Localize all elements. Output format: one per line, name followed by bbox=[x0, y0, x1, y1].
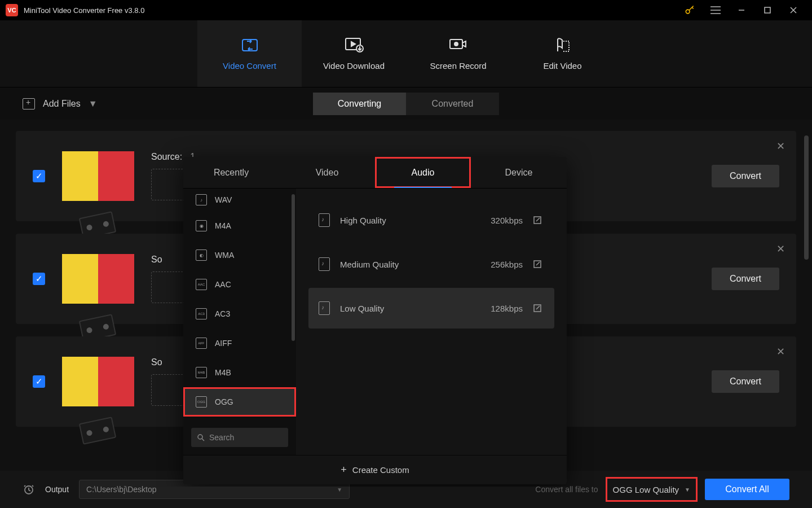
svg-rect-5 bbox=[765, 7, 770, 13]
format-ogg[interactable]: OGGOGG bbox=[183, 387, 296, 417]
source-label: So bbox=[151, 255, 162, 265]
chevron-down-icon: ▼ bbox=[685, 487, 690, 493]
remove-file-icon[interactable]: ✕ bbox=[776, 243, 785, 255]
maximize-button[interactable] bbox=[754, 0, 780, 20]
file-checkbox[interactable]: ✓ bbox=[33, 170, 45, 182]
quality-high[interactable]: High Quality 320kbps bbox=[308, 200, 554, 240]
tab-converting[interactable]: Converting bbox=[313, 93, 406, 115]
add-files-icon bbox=[23, 98, 35, 110]
tab-edit-video[interactable]: Edit Video bbox=[510, 20, 615, 87]
remove-file-icon[interactable]: ✕ bbox=[776, 140, 785, 152]
quality-name: Medium Quality bbox=[340, 260, 462, 269]
popup-tab-audio[interactable]: Audio bbox=[375, 157, 471, 188]
format-scrollbar[interactable] bbox=[292, 194, 295, 341]
svg-point-15 bbox=[198, 435, 202, 439]
cassette-icon bbox=[79, 417, 117, 445]
quality-medium[interactable]: Medium Quality 256kbps bbox=[308, 244, 554, 284]
schedule-icon[interactable] bbox=[23, 483, 35, 496]
file-audio-icon bbox=[319, 257, 330, 271]
edit-quality-icon[interactable] bbox=[533, 216, 544, 225]
quality-name: Low Quality bbox=[340, 304, 462, 313]
convert-button[interactable]: Convert bbox=[712, 268, 779, 290]
format-ac3[interactable]: AC3AC3 bbox=[183, 299, 296, 329]
file-thumbnail bbox=[62, 357, 134, 406]
svg-marker-10 bbox=[351, 42, 355, 46]
create-custom-label: Create Custom bbox=[352, 465, 409, 475]
quality-low[interactable]: Low Quality 128kbps bbox=[308, 288, 554, 329]
file-checkbox[interactable]: ✓ bbox=[33, 273, 45, 285]
edit-quality-icon[interactable] bbox=[533, 260, 544, 269]
convert-button[interactable]: Convert bbox=[712, 370, 779, 393]
video-convert-icon bbox=[240, 37, 259, 53]
format-search[interactable]: Search bbox=[191, 428, 288, 447]
remove-file-icon[interactable]: ✕ bbox=[776, 345, 785, 358]
close-button[interactable] bbox=[780, 0, 806, 20]
format-wma[interactable]: ◐WMA bbox=[183, 240, 296, 270]
target-format-value: OGG Low Quality bbox=[613, 485, 679, 494]
format-list: ♪WAV ◉M4A ◐WMA AACAAC AC3AC3 AIFFAIFF M4… bbox=[183, 189, 296, 455]
quality-bitrate: 128kbps bbox=[472, 304, 523, 313]
chevron-down-icon: ▼ bbox=[89, 99, 98, 109]
file-audio-icon: ◐ bbox=[196, 249, 207, 261]
svg-line-16 bbox=[202, 439, 204, 441]
menu-icon[interactable] bbox=[703, 0, 729, 20]
quality-bitrate: 320kbps bbox=[472, 216, 523, 225]
convert-all-button[interactable]: Convert All bbox=[705, 479, 789, 500]
main-tabs: Video Convert Video Download Screen Reco… bbox=[0, 20, 812, 87]
tab-video-convert-label: Video Convert bbox=[223, 61, 276, 71]
popup-tab-device[interactable]: Device bbox=[471, 157, 567, 188]
create-custom-button[interactable]: + Create Custom bbox=[183, 455, 567, 484]
file-audio-icon: ◉ bbox=[196, 220, 207, 231]
tab-edit-video-label: Edit Video bbox=[543, 61, 581, 71]
title-bar: VC MiniTool Video Converter Free v3.8.0 bbox=[0, 0, 812, 20]
minimize-button[interactable] bbox=[729, 0, 754, 20]
file-audio-icon: OGG bbox=[196, 396, 207, 408]
file-audio-icon: AAC bbox=[196, 279, 207, 290]
file-thumbnail bbox=[62, 151, 134, 201]
add-files-label: Add Files bbox=[43, 99, 81, 109]
target-format-dropdown[interactable]: OGG Low Quality ▼ bbox=[608, 480, 695, 499]
file-thumbnail bbox=[62, 254, 134, 304]
format-aiff[interactable]: AIFFAIFF bbox=[183, 329, 296, 358]
popup-tab-recently[interactable]: Recently bbox=[183, 157, 279, 188]
svg-point-13 bbox=[454, 42, 458, 46]
chevron-down-icon: ▼ bbox=[337, 487, 342, 493]
file-audio-icon: AC3 bbox=[196, 308, 207, 319]
edit-video-icon bbox=[553, 37, 572, 53]
video-download-icon bbox=[345, 37, 364, 53]
format-aac[interactable]: AACAAC bbox=[183, 270, 296, 299]
format-popup: Recently Video Audio Device ♪WAV ◉M4A ◐W… bbox=[183, 157, 567, 484]
tab-video-download-label: Video Download bbox=[323, 61, 385, 71]
app-title: MiniTool Video Converter Free v3.8.0 bbox=[24, 6, 144, 15]
tab-screen-record-label: Screen Record bbox=[430, 61, 486, 71]
add-files-button[interactable]: Add Files ▼ bbox=[23, 98, 98, 110]
app-logo-icon: VC bbox=[6, 4, 18, 16]
file-audio-icon: AIFF bbox=[196, 338, 207, 349]
plus-icon: + bbox=[341, 464, 347, 476]
file-audio-icon: ♪ bbox=[196, 194, 207, 205]
format-m4a[interactable]: ◉M4A bbox=[183, 211, 296, 240]
search-placeholder: Search bbox=[209, 433, 234, 442]
scrollbar[interactable] bbox=[804, 135, 809, 260]
popup-tabs: Recently Video Audio Device bbox=[183, 157, 567, 189]
tab-video-convert[interactable]: Video Convert bbox=[197, 20, 302, 87]
screen-record-icon bbox=[449, 37, 468, 53]
output-path-value: C:\Users\bj\Desktop bbox=[86, 485, 156, 494]
format-wav[interactable]: ♪WAV bbox=[183, 189, 296, 211]
quality-list: High Quality 320kbps Medium Quality 256k… bbox=[296, 189, 567, 455]
tab-video-download[interactable]: Video Download bbox=[302, 20, 406, 87]
convert-all-to-label: Convert all files to bbox=[535, 485, 598, 494]
content-area: ✓ Source: 1 Target: 1 Convert ✕ bbox=[0, 120, 812, 487]
source-label: So bbox=[151, 357, 162, 367]
convert-button[interactable]: Convert bbox=[712, 165, 779, 187]
file-audio-icon: M4B bbox=[196, 367, 207, 378]
key-icon[interactable] bbox=[677, 0, 703, 20]
file-checkbox[interactable]: ✓ bbox=[33, 375, 45, 388]
format-m4b[interactable]: M4BM4B bbox=[183, 358, 296, 387]
quality-name: High Quality bbox=[340, 216, 462, 225]
popup-tab-video[interactable]: Video bbox=[279, 157, 375, 188]
tab-screen-record[interactable]: Screen Record bbox=[406, 20, 510, 87]
edit-quality-icon[interactable] bbox=[533, 304, 544, 313]
svg-point-0 bbox=[686, 10, 690, 14]
tab-converted[interactable]: Converted bbox=[406, 93, 499, 115]
